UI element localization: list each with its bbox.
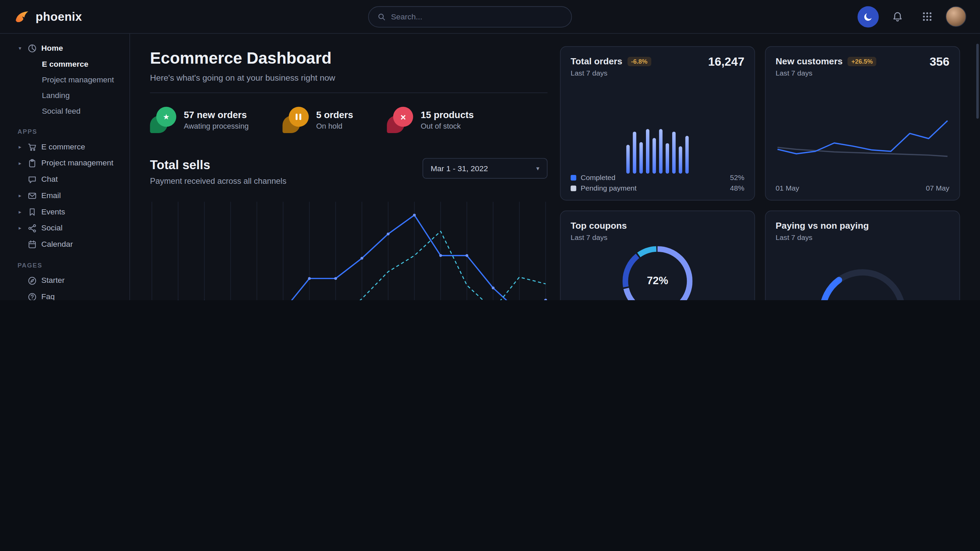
legend-value: 52% (730, 173, 745, 181)
sidebar-item-landing[interactable]: Landing (0, 87, 129, 103)
brand-logo[interactable]: phoenix (14, 8, 82, 25)
search-input[interactable] (391, 12, 562, 21)
sidebar-item-label: Starter (41, 276, 65, 285)
caret-icon: ▸ (17, 225, 23, 231)
sidebar-item-label: Chat (41, 175, 57, 184)
sidebar-item-home[interactable]: ▾Home (0, 40, 129, 56)
app-root: phoenix ▾HomeE commerceProject managemen… (0, 0, 980, 300)
caret-icon: ▸ (17, 192, 23, 198)
legend-swatch (571, 175, 576, 180)
stat-sub: Out of stock (420, 122, 474, 131)
help-circle-icon (28, 292, 37, 300)
caret-icon: ▸ (17, 144, 23, 150)
total-orders-card: Total orders -6.8% Last 7 days 16,247 Co… (560, 46, 755, 200)
sidebar-item-e-commerce[interactable]: E commerce (0, 56, 129, 72)
kpi-cards: Total orders -6.8% Last 7 days 16,247 Co… (560, 46, 960, 300)
total-sells-title: Total sells (150, 158, 287, 172)
stat-out-of-stock: ×15 productsOut of stock (387, 107, 474, 133)
stat-awating-processing: ★57 new ordersAwating processing (150, 107, 249, 133)
scrollbar-thumb[interactable] (976, 44, 978, 118)
total-sells-header: Total sells Payment received across all … (150, 158, 547, 186)
card-period: Last 7 days (571, 233, 745, 241)
global-search[interactable] (368, 6, 571, 27)
calendar-icon (28, 240, 37, 249)
sidebar-item-project-management[interactable]: Project management (0, 72, 129, 87)
sidebar-item-label: E commerce (41, 142, 85, 151)
sidebar-item-faq[interactable]: ▸Faq (0, 289, 129, 300)
card-period: Last 7 days (776, 233, 949, 241)
star-icon: ★ (150, 107, 177, 133)
top-coupons-chart: 72% (622, 246, 693, 300)
notifications-button[interactable] (887, 6, 908, 27)
bookmark-icon (28, 207, 37, 216)
card-title: Paying vs non paying (776, 221, 869, 230)
donut-center-label: 72% (622, 246, 693, 300)
total-sells-subtitle: Payment received across all channels (150, 176, 287, 186)
total-sells-chart (150, 200, 547, 300)
top-coupons-card: Top coupons Last 7 days 72% Percentage d… (560, 211, 755, 300)
sidebar-item-chat[interactable]: ▸Chat (0, 171, 129, 187)
date-range-value: Mar 1 - 31, 2022 (431, 164, 488, 173)
nav-section-label-pages: PAGES (0, 252, 129, 273)
x-tick: 01 May (776, 184, 799, 192)
legend-value: 48% (730, 184, 745, 192)
caret-icon: ▸ (17, 160, 23, 166)
card-title: Total orders (571, 56, 622, 66)
new-customers-x-axis: 01 May 07 May (776, 184, 949, 192)
topbar-actions (858, 6, 966, 27)
mail-icon (28, 191, 37, 200)
sidebar-item-events[interactable]: ▸Events (0, 203, 129, 220)
sidebar-item-label: Email (41, 191, 60, 200)
total-orders-chart (571, 77, 745, 174)
stat-value: 57 new orders (184, 109, 249, 120)
sidebar-item-label: Calendar (41, 240, 73, 249)
sidebar-item-label: Faq (41, 292, 55, 300)
new-customers-chart (776, 77, 949, 184)
change-badge: +26.5% (848, 57, 877, 66)
sidebar-nav: ▾HomeE commerceProject managementLanding… (0, 34, 129, 300)
card-period: Last 7 days (776, 70, 949, 77)
card-title: New customers (776, 56, 843, 66)
sidebar: ▾HomeE commerceProject managementLanding… (0, 34, 130, 300)
sidebar-item-starter[interactable]: ▸Starter (0, 272, 129, 289)
total-orders-legend: Completed52%Pending payment48% (571, 173, 745, 192)
card-value: 356 (930, 55, 949, 69)
nav-section-label-apps: APPS (0, 119, 129, 139)
stats-row: ★57 new ordersAwating processing5 orders… (150, 93, 547, 137)
sidebar-item-e-commerce[interactable]: ▸E commerce (0, 138, 129, 155)
sidebar-item-label: Events (41, 207, 65, 216)
sidebar-item-social[interactable]: ▸Social (0, 220, 129, 236)
share-icon (28, 223, 37, 233)
page-title: Ecommerce Dashboard (150, 49, 547, 68)
stat-sub: On hold (316, 122, 353, 131)
moon-icon (863, 11, 873, 21)
legend-item-pending-payment: Pending payment48% (571, 184, 745, 192)
sidebar-item-social-feed[interactable]: Social feed (0, 103, 129, 119)
brand-name: phoenix (36, 10, 82, 23)
card-value: 16,247 (708, 55, 745, 69)
x-tick: 07 May (926, 184, 949, 192)
sidebar-item-email[interactable]: ▸Email (0, 187, 129, 204)
cart-icon (28, 142, 37, 152)
bell-icon (892, 11, 903, 22)
chevron-down-icon: ▾ (536, 165, 539, 172)
topbar: phoenix (0, 0, 980, 34)
legend-label: Pending payment (581, 184, 636, 192)
search-icon (377, 12, 385, 21)
theme-toggle-button[interactable] (858, 6, 878, 27)
change-badge: -6.8% (627, 57, 651, 66)
date-range-select[interactable]: Mar 1 - 31, 2022 ▾ (423, 158, 547, 179)
card-title: Top coupons (571, 221, 627, 230)
sidebar-item-project-management[interactable]: ▸Project management (0, 155, 129, 171)
sidebar-item-label: Home (41, 44, 63, 52)
legend-item-completed: Completed52% (571, 173, 745, 181)
caret-icon: ▸ (17, 209, 23, 215)
sidebar-item-calendar[interactable]: ▸Calendar (0, 236, 129, 252)
main-content: Ecommerce Dashboard Here's what's going … (130, 34, 980, 300)
compass-icon (28, 276, 37, 285)
stat-value: 5 orders (316, 109, 353, 120)
pause-icon (282, 107, 309, 133)
user-avatar[interactable] (946, 6, 966, 27)
apps-grid-button[interactable] (916, 6, 937, 27)
stat-value: 15 products (420, 109, 474, 120)
